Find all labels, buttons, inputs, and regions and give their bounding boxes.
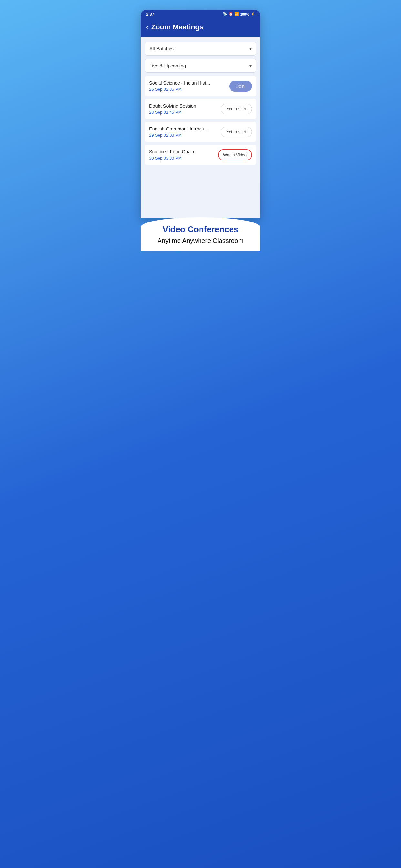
meeting-time: 26 Sep 02:35 PM	[149, 87, 210, 92]
batches-dropdown[interactable]: All Batches ▾	[145, 42, 256, 56]
meetings-list: Social Science - Indian Hist...26 Sep 02…	[145, 76, 256, 165]
batches-dropdown-label: All Batches	[150, 46, 174, 51]
view-dropdown[interactable]: Live & Upcoming ▾	[145, 59, 256, 73]
meeting-info: Social Science - Indian Hist...26 Sep 02…	[149, 81, 210, 92]
meeting-info: Doubt Solving Session28 Sep 01:45 PM	[149, 103, 196, 115]
meeting-card: Science - Food Chain30 Sep 03:30 PMWatch…	[145, 145, 256, 165]
watch-video-button[interactable]: Watch Video	[218, 149, 252, 160]
footer-tagline: Anytime Anywhere Classroom	[147, 237, 254, 244]
footer-section: Video Conferences Anytime Anywhere Class…	[141, 217, 260, 251]
status-time: 2:37	[146, 11, 154, 17]
meeting-info: Science - Food Chain30 Sep 03:30 PM	[149, 149, 194, 160]
wifi-icon: 📡	[223, 12, 227, 16]
phone-wrapper: 2:37 📡 ⏰ 📶 100% ⚡ ‹ Zoom Meetings All Ba…	[141, 10, 260, 251]
yet-to-start-button[interactable]: Yet to start	[221, 127, 252, 137]
meeting-title: Doubt Solving Session	[149, 103, 196, 108]
meeting-card: Social Science - Indian Hist...26 Sep 02…	[145, 76, 256, 96]
status-icons: 📡 ⏰ 📶 100% ⚡	[223, 12, 255, 16]
content-area: All Batches ▾ Live & Upcoming ▾ Social S…	[141, 37, 260, 218]
meeting-info: English Grammar - Introdu...29 Sep 02:00…	[149, 126, 208, 137]
battery-label: 100%	[240, 12, 249, 16]
meeting-time: 29 Sep 02:00 PM	[149, 133, 208, 137]
meeting-title: Science - Food Chain	[149, 149, 194, 154]
app-header: ‹ Zoom Meetings	[141, 19, 260, 37]
meeting-title: Social Science - Indian Hist...	[149, 81, 210, 86]
meeting-time: 30 Sep 03:30 PM	[149, 156, 194, 160]
meeting-title: English Grammar - Introdu...	[149, 126, 208, 131]
alarm-icon: ⏰	[228, 12, 233, 16]
batches-dropdown-arrow: ▾	[249, 46, 251, 51]
phone-screen: 2:37 📡 ⏰ 📶 100% ⚡ ‹ Zoom Meetings All Ba…	[141, 10, 260, 218]
meeting-card: English Grammar - Introdu...29 Sep 02:00…	[145, 122, 256, 142]
signal-icon: 📶	[235, 12, 239, 16]
view-dropdown-arrow: ▾	[249, 63, 251, 68]
page-title: Zoom Meetings	[151, 23, 204, 31]
join-button[interactable]: Join	[229, 81, 252, 92]
footer-heading: Video Conferences	[147, 224, 254, 235]
back-button[interactable]: ‹	[146, 24, 148, 30]
yet-to-start-button[interactable]: Yet to start	[221, 104, 252, 114]
meeting-time: 28 Sep 01:45 PM	[149, 110, 196, 115]
status-bar: 2:37 📡 ⏰ 📶 100% ⚡	[141, 10, 260, 19]
view-dropdown-label: Live & Upcoming	[150, 63, 186, 68]
battery-icon: ⚡	[251, 12, 255, 16]
meeting-card: Doubt Solving Session28 Sep 01:45 PMYet …	[145, 99, 256, 119]
